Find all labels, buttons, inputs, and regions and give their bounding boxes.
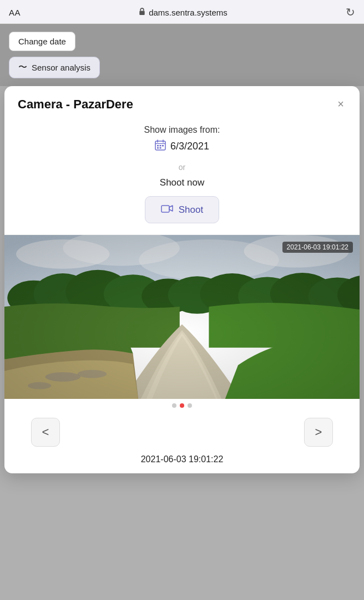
svg-rect-8 xyxy=(157,147,159,149)
svg-marker-11 xyxy=(169,206,173,211)
chart-icon: 〜 xyxy=(18,62,27,73)
svg-rect-7 xyxy=(162,145,164,147)
or-divider: or xyxy=(18,163,346,172)
camera-icon xyxy=(161,203,173,216)
dot-2 xyxy=(180,403,184,408)
sensor-analysis-button[interactable]: 〜 Sensor analysis xyxy=(9,57,100,78)
date-value[interactable]: 6/3/2021 xyxy=(170,141,209,152)
dot-1 xyxy=(172,403,176,408)
modal-bottom: < > 2021-06-03 19:01:22 xyxy=(18,410,346,473)
svg-rect-5 xyxy=(157,145,159,147)
font-size-control[interactable]: AA xyxy=(9,8,21,17)
shoot-label: Shoot xyxy=(179,204,203,216)
navigation-row: < > xyxy=(31,418,333,447)
modal-title: Camera - PazarDere xyxy=(18,97,133,112)
show-images-section: Show images from: 6/3/2021 xyxy=(18,125,346,153)
svg-rect-31 xyxy=(4,235,360,399)
page-background: Change date 〜 Sensor analysis xyxy=(0,24,364,86)
close-button[interactable]: × xyxy=(335,97,346,111)
show-images-label: Show images from: xyxy=(18,125,346,135)
url-bar: dams.sentra.systems xyxy=(139,7,228,17)
lock-icon xyxy=(139,7,145,17)
modal-header: Camera - PazarDere × xyxy=(18,97,346,112)
shoot-now-label: Shoot now xyxy=(18,177,346,188)
prev-button[interactable]: < xyxy=(31,418,60,447)
reload-icon[interactable]: ↻ xyxy=(346,6,355,19)
svg-rect-10 xyxy=(161,206,169,212)
svg-rect-9 xyxy=(159,147,161,149)
shoot-button[interactable]: Shoot xyxy=(145,196,219,223)
calendar-icon xyxy=(155,139,166,153)
dot-3 xyxy=(188,403,192,408)
camera-timestamp-badge: 2021-06-03 19:01:22 xyxy=(282,242,353,253)
bottom-timestamp: 2021-06-03 19:01:22 xyxy=(31,454,333,464)
date-row: 6/3/2021 xyxy=(18,139,346,153)
url-text: dams.sentra.systems xyxy=(149,8,228,17)
svg-rect-6 xyxy=(159,145,161,147)
camera-feed: 2021-06-03 19:01:22 xyxy=(4,235,360,399)
sensor-analysis-label: Sensor analysis xyxy=(32,63,90,72)
camera-image-container: 2021-06-03 19:01:22 xyxy=(4,235,360,408)
browser-chrome: AA dams.sentra.systems ↻ xyxy=(0,0,364,24)
next-button[interactable]: > xyxy=(304,418,333,447)
svg-rect-0 xyxy=(139,11,144,16)
image-dot-indicator xyxy=(4,403,360,408)
camera-modal: Camera - PazarDere × Show images from: 6… xyxy=(4,86,360,473)
change-date-button[interactable]: Change date xyxy=(9,32,75,51)
